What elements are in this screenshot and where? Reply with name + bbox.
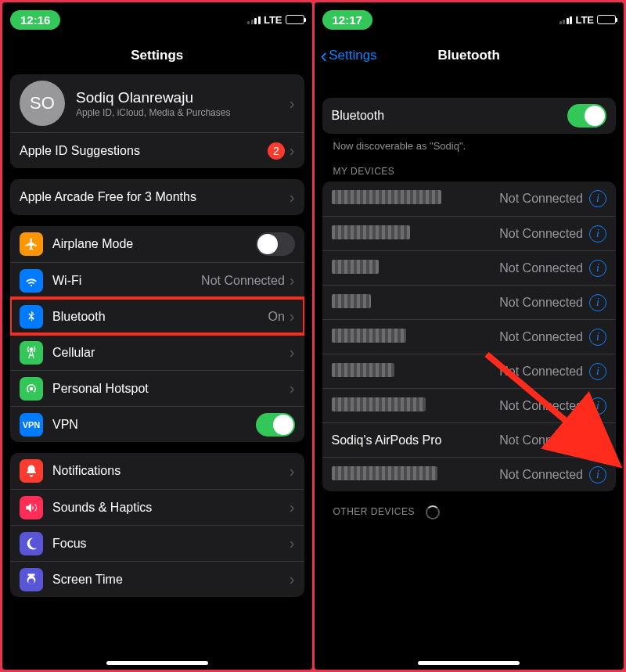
device-row[interactable]: Sodiq's AirPods ProNot Connectedi — [322, 422, 617, 457]
row-label: Personal Hotspot — [52, 382, 290, 396]
row-value: Not Connected — [201, 274, 285, 288]
bluetooth-scroll[interactable]: Bluetooth Now discoverable as "Sodiq". M… — [315, 74, 624, 670]
airplane-icon — [20, 232, 43, 256]
status-bar: 12:17 LTE — [315, 2, 624, 37]
time-pill: 12:17 — [322, 10, 372, 30]
device-name — [332, 397, 500, 415]
signal-bars-icon — [247, 16, 261, 24]
device-status: Not Connected — [499, 296, 583, 310]
back-label: Settings — [329, 48, 376, 63]
row-label: Cellular — [52, 346, 290, 360]
sounds-row[interactable]: Sounds & Haptics › — [10, 489, 304, 525]
device-name — [332, 260, 500, 277]
row-label: Wi-Fi — [52, 274, 201, 288]
device-row[interactable]: Not Connectedi — [322, 354, 617, 388]
profile-subtitle: Apple ID, iCloud, Media & Purchases — [76, 107, 290, 118]
chevron-right-icon: › — [290, 271, 295, 289]
status-right: LTE — [559, 14, 616, 26]
row-value: On — [268, 310, 284, 324]
info-icon[interactable]: i — [589, 225, 606, 243]
bluetooth-toggle[interactable] — [567, 104, 606, 128]
row-label: Focus — [52, 537, 290, 551]
device-name — [332, 190, 500, 207]
device-row[interactable]: Not Connectedi — [322, 319, 617, 354]
row-label: VPN — [52, 418, 256, 432]
device-row[interactable]: Not Connectedi — [322, 285, 617, 319]
chevron-right-icon: › — [290, 95, 295, 113]
device-name — [332, 294, 500, 311]
info-icon[interactable]: i — [589, 260, 606, 277]
screentime-icon — [20, 568, 43, 591]
row-label: Sounds & Haptics — [52, 501, 290, 515]
cellular-row[interactable]: Cellular › — [10, 334, 304, 370]
info-icon[interactable]: i — [589, 397, 606, 415]
hotspot-row[interactable]: Personal Hotspot › — [10, 370, 304, 406]
device-status: Not Connected — [499, 261, 583, 275]
badge-count: 2 — [268, 142, 285, 160]
hotspot-icon — [20, 377, 43, 401]
wifi-row[interactable]: Wi-Fi Not Connected › — [10, 262, 304, 298]
nav-bar: ‹ Settings Bluetooth — [315, 37, 624, 74]
info-icon[interactable]: i — [589, 329, 606, 346]
row-label: Airplane Mode — [52, 237, 256, 251]
home-indicator[interactable] — [418, 661, 520, 665]
focus-icon — [20, 532, 43, 555]
device-row[interactable]: Not Connectedi — [322, 216, 617, 250]
cellular-icon — [20, 341, 43, 365]
info-icon[interactable]: i — [589, 466, 606, 483]
vpn-row[interactable]: VPN VPN — [10, 406, 304, 442]
chevron-right-icon: › — [290, 307, 295, 325]
chevron-right-icon: › — [290, 498, 295, 516]
signal-bars-icon — [559, 16, 573, 24]
settings-scroll[interactable]: SO Sodiq Olanrewaju Apple ID, iCloud, Me… — [2, 74, 312, 670]
apple-id-row[interactable]: SO Sodiq Olanrewaju Apple ID, iCloud, Me… — [10, 74, 304, 132]
device-status: Not Connected — [499, 227, 583, 241]
vpn-icon: VPN — [20, 413, 43, 437]
device-status: Not Connected — [499, 433, 583, 447]
home-indicator[interactable] — [106, 661, 208, 665]
device-row[interactable]: Not Connectedi — [322, 250, 617, 285]
row-label: Apple Arcade Free for 3 Months — [20, 190, 290, 204]
device-status: Not Connected — [499, 192, 583, 206]
apple-id-suggestions-row[interactable]: Apple ID Suggestions 2 › — [10, 132, 304, 168]
device-name — [332, 466, 500, 483]
chevron-right-icon: › — [290, 570, 295, 588]
device-row[interactable]: Not Connectedi — [322, 181, 617, 216]
my-devices-group: Not ConnectediNot ConnectediNot Connecte… — [322, 181, 617, 491]
chevron-right-icon: › — [290, 189, 295, 207]
notifications-row[interactable]: Notifications › — [10, 453, 304, 489]
info-icon[interactable]: i — [589, 294, 606, 311]
device-row[interactable]: Not Connectedi — [322, 388, 617, 422]
bluetooth-icon — [20, 305, 43, 329]
notifications-icon — [20, 459, 43, 483]
screentime-row[interactable]: Screen Time › — [10, 561, 304, 597]
device-row[interactable]: Not Connectedi — [322, 457, 617, 491]
sounds-icon — [20, 496, 43, 519]
avatar: SO — [20, 81, 65, 126]
arcade-group: Apple Arcade Free for 3 Months › — [10, 179, 304, 215]
device-status: Not Connected — [499, 468, 583, 482]
device-name — [332, 329, 500, 346]
device-name — [332, 363, 500, 380]
bluetooth-row[interactable]: Bluetooth On › — [10, 298, 304, 334]
battery-icon — [286, 15, 304, 24]
back-button[interactable]: ‹ Settings — [321, 45, 377, 66]
airplane-toggle[interactable] — [256, 232, 295, 256]
chevron-right-icon: › — [290, 379, 295, 397]
info-icon[interactable]: i — [589, 432, 606, 449]
device-name — [332, 225, 500, 243]
chevron-right-icon: › — [290, 462, 295, 480]
arcade-row[interactable]: Apple Arcade Free for 3 Months › — [10, 179, 304, 215]
focus-row[interactable]: Focus › — [10, 525, 304, 561]
device-status: Not Connected — [499, 330, 583, 344]
chevron-left-icon: ‹ — [321, 45, 328, 66]
vpn-toggle[interactable] — [256, 413, 295, 437]
info-icon[interactable]: i — [589, 190, 606, 207]
discoverable-hint: Now discoverable as "Sodiq". — [322, 134, 617, 152]
airplane-mode-row[interactable]: Airplane Mode — [10, 226, 304, 262]
profile-group: SO Sodiq Olanrewaju Apple ID, iCloud, Me… — [10, 74, 304, 168]
screenshot-pair: 12:16 LTE Settings SO Sodiq Olanrewaju A… — [0, 0, 626, 672]
info-icon[interactable]: i — [589, 363, 606, 380]
row-label: Apple ID Suggestions — [20, 144, 268, 158]
bluetooth-toggle-row[interactable]: Bluetooth — [322, 98, 617, 134]
